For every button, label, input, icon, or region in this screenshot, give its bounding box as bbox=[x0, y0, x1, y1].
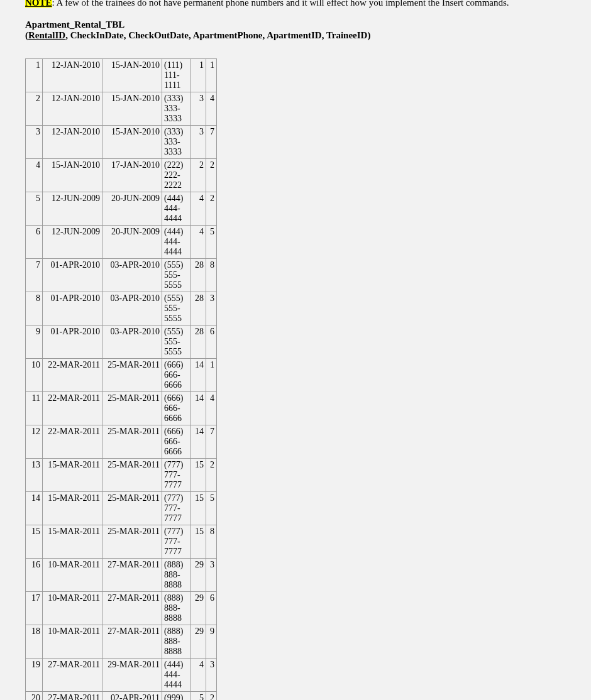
trainee-id-cell: 4 bbox=[206, 392, 217, 425]
rental-id-cell: 4 bbox=[26, 159, 43, 192]
checkout-cell: 03-APR-2010 bbox=[102, 259, 162, 292]
table-row: 1022-MAR-201125-MAR-2011(666) 666-666614… bbox=[26, 359, 217, 392]
paren-close: ) bbox=[367, 30, 370, 40]
trainee-id-cell: 2 bbox=[206, 192, 217, 226]
checkout-cell: 29-MAR-2011 bbox=[102, 659, 162, 692]
checkout-cell: 25-MAR-2011 bbox=[102, 492, 162, 525]
table-row: 212-JAN-201015-JAN-2010(333) 333-333334 bbox=[26, 92, 217, 126]
other-columns: , CheckInDate, CheckOutDate, ApartmentPh… bbox=[65, 30, 367, 40]
phone-cell: (555) 555-5555 bbox=[162, 325, 191, 359]
trainee-id-cell: 3 bbox=[206, 559, 217, 592]
trainee-id-cell: 9 bbox=[206, 625, 217, 659]
phone-cell: (222) 222-2222 bbox=[162, 159, 191, 192]
checkout-cell: 20-JUN-2009 bbox=[102, 226, 162, 259]
checkin-cell: 27-MAR-2011 bbox=[43, 692, 102, 701]
rental-id-cell: 14 bbox=[26, 492, 43, 525]
checkin-cell: 15-JAN-2010 bbox=[43, 159, 102, 192]
checkin-cell: 15-MAR-2011 bbox=[43, 492, 102, 525]
rental-id-cell: 11 bbox=[26, 392, 43, 425]
checkout-cell: 25-MAR-2011 bbox=[102, 359, 162, 392]
rental-id-cell: 9 bbox=[26, 325, 43, 359]
apartment-id-cell: 3 bbox=[191, 126, 206, 159]
phone-cell: (666) 666-6666 bbox=[162, 425, 191, 459]
checkin-cell: 22-MAR-2011 bbox=[43, 425, 102, 459]
phone-cell: (444) 444-4444 bbox=[162, 226, 191, 259]
trainee-id-cell: 7 bbox=[206, 126, 217, 159]
rental-id-cell: 15 bbox=[26, 525, 43, 559]
checkin-cell: 10-MAR-2011 bbox=[43, 625, 102, 659]
checkin-cell: 01-APR-2010 bbox=[43, 325, 102, 359]
rental-id-cell: 18 bbox=[26, 625, 43, 659]
note-text: : A few of the trainees do not have perm… bbox=[52, 0, 509, 8]
rental-id-cell: 20 bbox=[26, 692, 43, 701]
table-row: 1315-MAR-201125-MAR-2011(777) 777-777715… bbox=[26, 459, 217, 492]
table-title: Apartment_Rental_TBL bbox=[25, 19, 566, 30]
trainee-id-cell: 6 bbox=[206, 592, 217, 625]
phone-cell: (888) 888-8888 bbox=[162, 625, 191, 659]
checkin-cell: 12-JUN-2009 bbox=[43, 192, 102, 226]
note-highlight: NOTE bbox=[25, 0, 52, 8]
trainee-id-cell: 1 bbox=[206, 59, 217, 92]
table-row: 2027-MAR-201102-APR-2011(999) 999-999952 bbox=[26, 692, 217, 701]
table-row: 801-APR-201003-APR-2010(555) 555-5555283 bbox=[26, 292, 217, 325]
phone-cell: (777) 777-7777 bbox=[162, 492, 191, 525]
apartment-id-cell: 28 bbox=[191, 325, 206, 359]
rental-id-cell: 2 bbox=[26, 92, 43, 126]
checkout-cell: 25-MAR-2011 bbox=[102, 425, 162, 459]
table-row: 1515-MAR-201125-MAR-2011(777) 777-777715… bbox=[26, 525, 217, 559]
checkout-cell: 25-MAR-2011 bbox=[102, 392, 162, 425]
rental-id-cell: 7 bbox=[26, 259, 43, 292]
trainee-id-cell: 2 bbox=[206, 459, 217, 492]
table-row: 1710-MAR-201127-MAR-2011(888) 888-888829… bbox=[26, 592, 217, 625]
rental-id-cell: 6 bbox=[26, 226, 43, 259]
checkin-cell: 01-APR-2010 bbox=[43, 292, 102, 325]
trainee-id-cell: 5 bbox=[206, 492, 217, 525]
table-row: 112-JAN-201015-JAN-2010(111) 111-111111 bbox=[26, 59, 217, 92]
table-row: 701-APR-201003-APR-2010(555) 555-5555288 bbox=[26, 259, 217, 292]
rental-id-cell: 3 bbox=[26, 126, 43, 159]
checkout-cell: 27-MAR-2011 bbox=[102, 592, 162, 625]
apartment-id-cell: 4 bbox=[191, 192, 206, 226]
apartment-id-cell: 14 bbox=[191, 425, 206, 459]
checkout-cell: 15-JAN-2010 bbox=[102, 126, 162, 159]
checkout-cell: 15-JAN-2010 bbox=[102, 92, 162, 126]
phone-cell: (888) 888-8888 bbox=[162, 559, 191, 592]
checkin-cell: 15-MAR-2011 bbox=[43, 525, 102, 559]
phone-cell: (555) 555-5555 bbox=[162, 292, 191, 325]
phone-cell: (777) 777-7777 bbox=[162, 525, 191, 559]
checkin-cell: 12-JAN-2010 bbox=[43, 59, 102, 92]
trainee-id-cell: 5 bbox=[206, 226, 217, 259]
phone-cell: (333) 333-3333 bbox=[162, 92, 191, 126]
checkout-cell: 27-MAR-2011 bbox=[102, 625, 162, 659]
trainee-id-cell: 2 bbox=[206, 692, 217, 701]
apartment-id-cell: 29 bbox=[191, 592, 206, 625]
phone-cell: (777) 777-7777 bbox=[162, 459, 191, 492]
checkout-cell: 17-JAN-2010 bbox=[102, 159, 162, 192]
trainee-id-cell: 6 bbox=[206, 325, 217, 359]
checkout-cell: 03-APR-2010 bbox=[102, 292, 162, 325]
phone-cell: (666) 666-6666 bbox=[162, 359, 191, 392]
phone-cell: (444) 444-4444 bbox=[162, 192, 191, 226]
checkin-cell: 15-MAR-2011 bbox=[43, 459, 102, 492]
checkin-cell: 27-MAR-2011 bbox=[43, 659, 102, 692]
table-row: 612-JUN-200920-JUN-2009(444) 444-444445 bbox=[26, 226, 217, 259]
table-columns-spec: (RentalID, CheckInDate, CheckOutDate, Ap… bbox=[25, 30, 566, 41]
trainee-id-cell: 3 bbox=[206, 659, 217, 692]
rental-id-cell: 8 bbox=[26, 292, 43, 325]
trainee-id-cell: 7 bbox=[206, 425, 217, 459]
rental-id-cell: 5 bbox=[26, 192, 43, 226]
apartment-id-cell: 1 bbox=[191, 59, 206, 92]
phone-cell: (555) 555-5555 bbox=[162, 259, 191, 292]
apartment-id-cell: 4 bbox=[191, 659, 206, 692]
checkout-cell: 02-APR-2011 bbox=[102, 692, 162, 701]
checkout-cell: 20-JUN-2009 bbox=[102, 192, 162, 226]
apartment-id-cell: 15 bbox=[191, 492, 206, 525]
apartment-id-cell: 14 bbox=[191, 392, 206, 425]
rental-id-cell: 10 bbox=[26, 359, 43, 392]
table-row: 1415-MAR-201125-MAR-2011(777) 777-777715… bbox=[26, 492, 217, 525]
apartment-id-cell: 2 bbox=[191, 159, 206, 192]
checkout-cell: 27-MAR-2011 bbox=[102, 559, 162, 592]
trainee-id-cell: 4 bbox=[206, 92, 217, 126]
rental-data-table: 112-JAN-201015-JAN-2010(111) 111-1111112… bbox=[25, 58, 217, 700]
apartment-id-cell: 28 bbox=[191, 259, 206, 292]
